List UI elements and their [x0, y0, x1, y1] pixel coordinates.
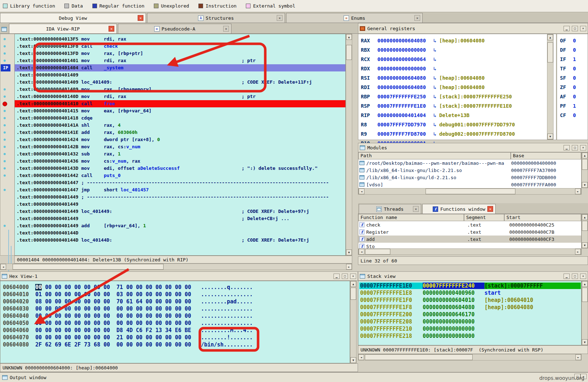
disasm-line[interactable]: .text:0000000000401442 call puts_0 [15, 172, 345, 179]
disasm-line[interactable]: .text:0000000000401404 call _system [15, 64, 345, 71]
functions-vscrollbar[interactable]: ▲ ▼ [582, 214, 588, 248]
scroll-right-icon[interactable]: ► [575, 249, 581, 255]
register-row-rax[interactable]: RAX0000000000604080↳[heap]:00604080 [361, 36, 545, 45]
disasm-line[interactable]: .text:0000000000401401 mov rdi, rax ; pt… [15, 57, 345, 64]
registers-vscrollbar[interactable]: ▲ ▼ [547, 34, 553, 140]
disasm-line[interactable]: .text:000000000040141A shl rax, 4 [15, 122, 345, 129]
disasm-line[interactable]: .text:0000000000401409 loc_401409: ; COD… [15, 79, 345, 86]
disasm-line[interactable]: .text:000000000040143D mov edi, offset a… [15, 165, 345, 172]
float-icon[interactable]: □ [572, 274, 578, 279]
scroll-up-icon[interactable]: ▲ [582, 214, 588, 220]
close-icon[interactable]: × [350, 274, 356, 279]
disasm-line[interactable]: .text:0000000000401410 call free [15, 100, 345, 107]
stack-row[interactable]: 00007FFFFFFFE1F00000000000604010[heap]:0… [359, 297, 581, 304]
disasm-line[interactable]: .text:0000000000401447 ; ---------------… [15, 179, 345, 186]
register-row-rdx[interactable]: RDX0000000000000000↳ [361, 64, 545, 73]
scroll-left-icon[interactable]: ◄ [359, 249, 364, 255]
float-icon[interactable]: □ [572, 26, 578, 31]
module-row[interactable]: /root/Desktop/baimao---pwn-master/baimao… [358, 159, 581, 167]
registers-splitter[interactable] [556, 34, 557, 140]
disasm-vscrollbar[interactable]: ▲ ▼ [346, 34, 352, 256]
register-row-rip[interactable]: RIP0000000000401404↳Delete+13B [361, 111, 545, 120]
minimize-icon[interactable]: ▁ [564, 26, 570, 31]
disasm-line[interactable]: .text:000000000040141E add rax, 603060h [15, 129, 345, 136]
hex-row[interactable]: 00604040 00 00 00 00 00 00 00 00 00 00 0… [3, 312, 348, 320]
scroll-up-icon[interactable]: ▲ [582, 153, 588, 158]
disasm-line[interactable]: .text:0000000000401418 cdqe [15, 115, 345, 122]
disasm-line[interactable]: .text:0000000000401447 jmp short loc_401… [15, 186, 345, 194]
float-icon[interactable]: □ [572, 145, 578, 150]
module-row[interactable]: /lib/x86_64-linux-gnu/ld-2.21.so00007FFF… [358, 174, 581, 181]
function-row-check[interactable]: fcheck.text0000000000400C25 [358, 221, 581, 228]
functions-hscrollbar[interactable]: ◄ ► [358, 248, 581, 255]
scroll-down-icon[interactable]: ▼ [582, 339, 588, 345]
disasm-line[interactable]: .text:000000000040144D loc_40144D: ; COD… [15, 237, 345, 244]
hex-row[interactable]: 00604010 01 00 00 00 00 00 00 00 03 00 0… [3, 291, 348, 298]
column-base[interactable]: Base [511, 152, 581, 159]
scroll-up-icon[interactable]: ▲ [547, 34, 553, 40]
disassembly-view[interactable]: .text:00000000004013F5 mov rdi, rax.text… [14, 34, 346, 256]
scroll-left-icon[interactable]: ◄ [359, 188, 364, 194]
function-row-sto[interactable]: fSto [358, 243, 581, 248]
scroll-down-icon[interactable]: ▼ [582, 242, 588, 248]
close-icon[interactable]: × [580, 274, 586, 279]
scroll-down-icon[interactable]: ▼ [350, 357, 356, 363]
stack-row[interactable]: 00007FFFFFFFE2180000000000000000 [359, 332, 581, 340]
disasm-hscrollbar[interactable]: ◄ ► [0, 264, 352, 270]
column-start[interactable]: Start [504, 214, 581, 221]
disasm-line[interactable]: .text:0000000000401432 sub rax, 1 [15, 150, 345, 158]
hex-row[interactable]: 00604080 2F 62 69 6E 2F 73 68 00 00 00 0… [3, 341, 348, 348]
register-row-rbx[interactable]: RBX0000000000000000↳ [361, 45, 545, 55]
disasm-line[interactable]: .text:0000000000401409 [15, 71, 345, 79]
disasm-line[interactable]: .text:0000000000401415 mov eax, [rbp+var… [15, 107, 345, 115]
disasm-line[interactable]: .text:0000000000401449 loc_401449: ; COD… [15, 208, 345, 215]
flag-row-if[interactable]: IF1 [560, 55, 587, 64]
register-row-r8[interactable]: R800007FFFF7DD7970↳debug001:00007FFFF7DD… [361, 120, 545, 129]
close-icon[interactable]: × [414, 15, 420, 21]
scroll-left-icon[interactable]: ◄ [0, 264, 6, 270]
scroll-down-icon[interactable]: ▼ [547, 134, 553, 139]
stack-row[interactable]: 00007FFFFFFFE2000000000000646170 [359, 311, 581, 318]
disasm-line[interactable]: .text:0000000000401449 ; Delete+CB↑j ... [15, 215, 345, 222]
flag-row-af[interactable]: AF0 [560, 92, 587, 101]
hex-row[interactable]: 00604000 00 00 00 00 00 00 00 00 71 00 0… [3, 284, 348, 291]
scroll-up-icon[interactable]: ▲ [346, 34, 352, 40]
minimize-icon[interactable]: ▁ [334, 274, 340, 279]
minimize-icon[interactable]: ▁ [564, 145, 570, 150]
disasm-line[interactable]: .text:0000000000401449 [15, 201, 345, 208]
function-row-register[interactable]: fRegister.text0000000000400C7B [358, 228, 581, 236]
hex-row[interactable]: 00604070 00 00 00 00 00 00 00 00 21 00 0… [3, 334, 348, 341]
hex-row[interactable]: 00604050 00 00 00 00 00 00 00 00 00 00 0… [3, 320, 348, 327]
flag-row-of[interactable]: OF0 [560, 36, 587, 45]
float-icon[interactable]: □ [342, 274, 348, 279]
module-row[interactable]: /lib/x86_64-linux-gnu/libc-2.21.so00007F… [358, 167, 581, 174]
column-path[interactable]: Path [358, 152, 511, 159]
disasm-line[interactable]: .text:00000000004013F8 call check [15, 43, 345, 50]
tab-pseudocode-a[interactable]: Pseudocode-A× [118, 24, 231, 33]
module-row[interactable]: [vdso]00007FFFF7FFA000 [358, 181, 581, 188]
close-icon[interactable]: × [413, 206, 419, 212]
hex-vscrollbar[interactable]: ▲ ▼ [350, 281, 357, 363]
register-row-rbp[interactable]: RBP00007FFFFFFFE250↳[stack]:00007FFFFFFF… [361, 92, 545, 101]
register-row-rcx[interactable]: RCX0000000000000064↳ [361, 55, 545, 64]
minimize-icon[interactable]: ▁ [564, 274, 570, 279]
stack-row[interactable]: 00007FFFFFFFE1E80000000000400960start [359, 289, 581, 297]
flag-row-zf[interactable]: ZF0 [560, 83, 587, 92]
flag-row-cf[interactable]: CF0 [560, 111, 587, 120]
tab-enums[interactable]: Enums× [286, 13, 423, 23]
flag-row-sf[interactable]: SF0 [560, 73, 587, 83]
stack-row[interactable]: 00007FFFFFFFE1F80000000000604080[heap]:0… [359, 304, 581, 311]
scroll-up-icon[interactable]: ▲ [582, 281, 588, 287]
disasm-line[interactable]: .text:0000000000401436 mov cs:v_num, rax [15, 158, 345, 165]
close-icon[interactable]: × [580, 145, 586, 150]
stack-row[interactable]: 00007FFFFFFFE1E000007FFFFFFFE240[stack]:… [359, 282, 581, 289]
register-row-rdi[interactable]: RDI0000000000604080↳[heap]:00604080 [361, 83, 545, 92]
breakpoint-icon[interactable] [3, 102, 7, 106]
close-icon[interactable]: × [138, 15, 143, 21]
flag-row-df[interactable]: DF0 [560, 45, 587, 55]
disasm-line[interactable]: .text:00000000004013F5 mov rdi, rax [15, 36, 345, 43]
disasm-line[interactable]: .text:00000000004013FD mov rax, [rbp+ptr… [15, 50, 345, 57]
disasm-line[interactable]: .text:0000000000401449 add [rbp+var_64],… [15, 222, 345, 229]
scroll-right-icon[interactable]: ► [575, 188, 581, 194]
flag-row-tf[interactable]: TF0 [560, 64, 587, 73]
